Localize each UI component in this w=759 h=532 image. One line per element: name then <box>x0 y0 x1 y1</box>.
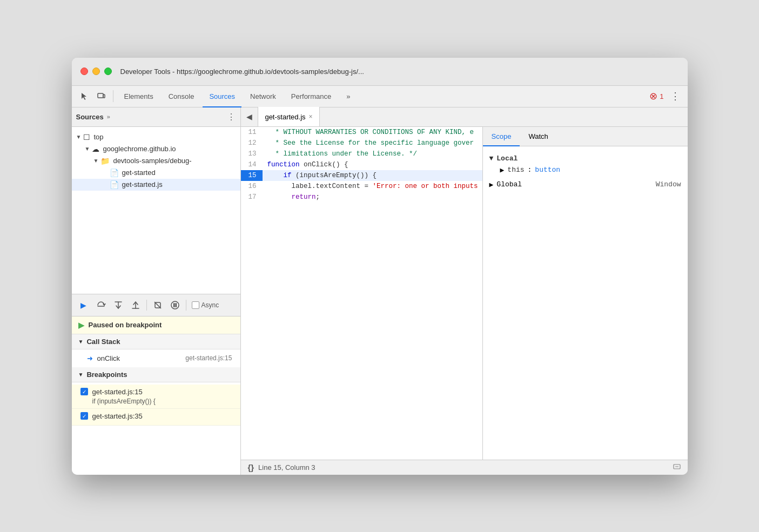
editor-tab-close-icon[interactable]: × <box>309 113 313 120</box>
debug-toolbar: ▶ <box>72 294 241 316</box>
scope-this-key: this <box>507 166 524 174</box>
close-button[interactable] <box>80 68 88 75</box>
code-editor[interactable]: 11 * WITHOUT WARRANTIES OR CONDITIONS OF… <box>241 127 482 460</box>
code-line-12: 12 * See the License for the specific la… <box>241 138 482 149</box>
line-num-17: 17 <box>241 192 263 203</box>
tree-arrow-devtools: ▼ <box>93 158 99 164</box>
scope-global-section[interactable]: ▶ Global Window <box>483 178 688 191</box>
cloud-icon: ☁ <box>92 145 99 153</box>
line-num-15: 15 <box>241 170 263 181</box>
svg-rect-6 <box>175 303 177 307</box>
call-stack-item-onclick[interactable]: ➜ onClick get-started.js:15 <box>72 352 241 365</box>
line-num-11: 11 <box>241 127 263 138</box>
scope-content: ▼ Local ▶ this : button <box>483 146 688 460</box>
tab-elements[interactable]: Elements <box>118 86 160 107</box>
tab-network[interactable]: Network <box>244 86 283 107</box>
devtools-toolbar: Elements Console Sources Network Perform… <box>72 86 688 107</box>
left-panel: Sources » ⋮ ▼ ☐ top ▼ ☁ googlechrome.git… <box>72 107 241 475</box>
tree-arrow-top: ▼ <box>76 134 82 140</box>
scope-global-value: Window <box>656 180 681 188</box>
error-badge[interactable]: ⊗ 1 <box>649 90 663 102</box>
line-content-15: if (inputsAreEmpty()) { <box>263 170 482 181</box>
device-icon[interactable] <box>93 89 109 104</box>
tree-item-top[interactable]: ▼ ☐ top <box>72 131 241 143</box>
debug-divider <box>146 300 147 311</box>
scope-this-value: button <box>535 166 560 174</box>
call-stack-item-name: onClick <box>97 354 120 362</box>
toolbar-right: ⊗ 1 ⋮ <box>649 89 683 104</box>
tree-item-domain[interactable]: ▼ ☁ googlechrome.github.io <box>72 143 241 155</box>
breakpoint-code-1: if (inputsAreEmpty()) { <box>80 398 232 405</box>
code-line-15: 15 if (inputsAreEmpty()) { <box>241 170 482 181</box>
tree-item-get-started[interactable]: 📄 get-started <box>72 167 241 179</box>
editor-nav-button[interactable]: ◀ <box>241 107 258 126</box>
call-stack-arrow-icon: ▼ <box>78 339 84 345</box>
sources-panel-label: Sources <box>76 113 104 121</box>
breakpoints-header[interactable]: ▼ Breakpoints <box>72 367 241 382</box>
scope-local-arrow-icon: ▼ <box>489 154 494 163</box>
devtools-window: Developer Tools - https://googlechrome.g… <box>72 58 688 475</box>
editor-tabs: ◀ get-started.js × <box>241 107 687 127</box>
main-content: Sources » ⋮ ▼ ☐ top ▼ ☁ googlechrome.git… <box>72 107 688 475</box>
pause-exceptions-button[interactable] <box>167 298 183 313</box>
code-line-17: 17 return; <box>241 192 482 203</box>
scope-local-header[interactable]: ▼ Local <box>489 153 681 164</box>
cursor-icon[interactable] <box>76 89 91 104</box>
editor-tab-get-started-js[interactable]: get-started.js × <box>258 107 319 126</box>
tab-console[interactable]: Console <box>162 86 201 107</box>
tab-watch[interactable]: Watch <box>520 127 556 146</box>
scope-global-label: Global <box>496 180 522 188</box>
call-stack-header[interactable]: ▼ Call Stack <box>72 334 241 349</box>
svg-rect-0 <box>98 93 103 98</box>
tree-item-get-started-js[interactable]: 📄 get-started.js <box>72 179 241 191</box>
debugger-sections: ▶ Paused on breakpoint ▼ Call Stack ➜ on… <box>72 316 241 475</box>
async-checkbox[interactable] <box>192 301 199 309</box>
code-line-13: 13 * limitations under the License. */ <box>241 149 482 159</box>
tab-more[interactable]: » <box>340 86 357 107</box>
step-out-button[interactable] <box>128 298 143 313</box>
sources-chevron-icon[interactable]: » <box>107 113 110 120</box>
scope-local-label: Local <box>496 154 518 163</box>
window-title: Developer Tools - https://googlechrome.g… <box>120 68 364 76</box>
js-file-icon: 📄 <box>110 180 119 189</box>
breakpoints-label: Breakpoints <box>86 371 127 379</box>
sources-panel-header: Sources » ⋮ <box>72 107 241 127</box>
breakpoint-item-2: ✓ get-started.js:35 <box>72 409 241 426</box>
paused-arrow-icon: ▶ <box>78 321 84 329</box>
svg-rect-1 <box>103 95 105 98</box>
minimize-button[interactable] <box>92 68 100 75</box>
sources-panel-menu[interactable]: ⋮ <box>227 112 236 122</box>
deactivate-breakpoints-button[interactable] <box>150 298 165 313</box>
code-line-11: 11 * WITHOUT WARRANTIES OR CONDITIONS OF… <box>241 127 482 138</box>
step-into-button[interactable] <box>111 298 126 313</box>
code-scope-area: 11 * WITHOUT WARRANTIES OR CONDITIONS OF… <box>241 127 687 460</box>
call-stack-item-file: get-started.js:15 <box>185 354 232 362</box>
editor-position: Line 15, Column 3 <box>258 463 315 472</box>
breakpoint-checkbox-1[interactable]: ✓ <box>80 388 88 395</box>
resume-button[interactable]: ▶ <box>76 298 91 313</box>
pretty-print-icon[interactable]: {} <box>247 463 254 472</box>
line-content-14: function onClick() { <box>263 159 482 170</box>
more-options-icon[interactable]: ⋮ <box>668 89 683 104</box>
scope-local-section: ▼ Local ▶ this : button <box>483 151 688 178</box>
status-bar: {} Line 15, Column 3 <box>241 460 687 475</box>
tab-scope[interactable]: Scope <box>483 127 520 146</box>
maximize-button[interactable] <box>104 68 112 75</box>
tree-arrow-domain: ▼ <box>85 146 90 152</box>
blue-folder-icon: 📁 <box>100 157 110 165</box>
tree-item-devtools[interactable]: ▼ 📁 devtools-samples/debug- <box>72 155 241 167</box>
editor-tab-label: get-started.js <box>265 113 305 121</box>
breakpoint-checkbox-2[interactable]: ✓ <box>80 412 88 420</box>
code-line-14: 14 function onClick() { <box>241 159 482 170</box>
breakpoint-item-1: ✓ get-started.js:15 if (inputsAreEmpty()… <box>72 385 241 409</box>
line-num-12: 12 <box>241 138 263 149</box>
line-content-17: return; <box>263 192 482 203</box>
step-over-button[interactable] <box>93 298 109 313</box>
tab-performance[interactable]: Performance <box>285 86 338 107</box>
scope-item-this[interactable]: ▶ this : button <box>489 164 681 176</box>
tab-sources[interactable]: Sources <box>203 86 241 107</box>
status-right <box>673 462 681 473</box>
console-drawer-icon[interactable] <box>673 462 681 471</box>
call-stack-label: Call Stack <box>86 338 120 346</box>
paused-label: Paused on breakpoint <box>89 321 162 329</box>
